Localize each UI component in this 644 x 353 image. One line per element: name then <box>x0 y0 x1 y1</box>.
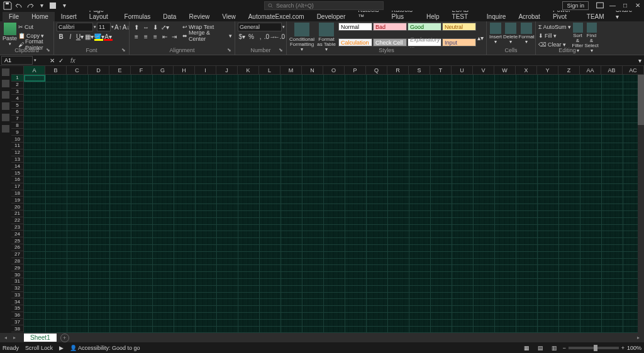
ribbon-display-icon[interactable] <box>594 0 606 11</box>
number-launcher-icon[interactable]: ⬊ <box>279 47 285 53</box>
column-header[interactable]: N <box>302 66 323 75</box>
tab-data[interactable]: Data <box>157 12 182 21</box>
select-all-corner[interactable] <box>11 66 24 75</box>
autosum-button[interactable]: Σ AutoSum ▾ <box>538 23 571 31</box>
row-header[interactable]: 17 <box>11 183 24 190</box>
row-header[interactable]: 15 <box>11 170 24 176</box>
cancel-formula-icon[interactable]: ✕ <box>48 56 57 65</box>
tab-file[interactable]: File <box>3 12 25 21</box>
page-break-view-icon[interactable]: ▥ <box>548 344 560 352</box>
addin-icon[interactable] <box>2 91 9 99</box>
column-header[interactable]: X <box>516 66 537 75</box>
column-header[interactable]: AC <box>623 66 644 75</box>
row-header[interactable]: 13 <box>11 156 24 163</box>
namebox-dropdown-icon[interactable]: ▾ <box>34 58 36 63</box>
undo-icon[interactable] <box>14 1 24 11</box>
column-header[interactable]: AA <box>580 66 601 75</box>
cut-button[interactable]: ✂ Cut <box>18 23 51 31</box>
signin-button[interactable]: Sign in <box>562 1 589 10</box>
percent-icon[interactable]: % <box>247 32 256 41</box>
decrease-font-icon[interactable]: A↓ <box>123 23 130 31</box>
formula-bar[interactable] <box>78 56 635 65</box>
column-header[interactable]: J <box>216 66 238 75</box>
tab-review[interactable]: Review <box>182 12 216 21</box>
style-input[interactable]: Input <box>442 38 476 46</box>
row-header[interactable]: 16 <box>11 176 24 183</box>
align-top-icon[interactable]: ⬆ <box>132 23 141 31</box>
column-header[interactable]: S <box>409 66 430 75</box>
horizontal-scrollbar[interactable] <box>402 334 635 340</box>
close-icon[interactable]: ✕ <box>631 0 644 11</box>
column-header[interactable]: AB <box>601 66 623 75</box>
align-left-icon[interactable]: ≡ <box>132 32 141 41</box>
tab-insert[interactable]: Insert <box>55 12 83 21</box>
cells-grid[interactable] <box>24 75 644 333</box>
align-center-icon[interactable]: ≡ <box>142 32 150 41</box>
row-header[interactable]: 18 <box>11 190 24 197</box>
addin-icon[interactable] <box>2 80 9 87</box>
status-macro-icon[interactable]: ▶ <box>59 345 64 351</box>
qat-more-icon[interactable]: ▾ <box>36 1 47 11</box>
selected-cell[interactable] <box>24 75 45 82</box>
orientation-icon[interactable]: ⤢▾ <box>160 23 169 31</box>
column-header[interactable]: E <box>109 66 131 75</box>
column-header[interactable]: Z <box>558 66 580 75</box>
name-box[interactable] <box>1 56 33 65</box>
font-color-button[interactable]: A▾ <box>104 32 113 41</box>
zoom-level[interactable]: 100% <box>627 345 641 351</box>
zoom-slider[interactable] <box>569 347 619 349</box>
row-header[interactable]: 35 <box>11 305 24 312</box>
style-explanatory[interactable]: Explanatory ... <box>408 38 441 46</box>
tab-team[interactable]: TEAM <box>580 12 611 21</box>
currency-icon[interactable]: $▾ <box>238 32 247 41</box>
row-header[interactable]: 14 <box>11 163 24 170</box>
column-header[interactable]: M <box>280 66 302 75</box>
style-bad[interactable]: Bad <box>373 23 407 31</box>
column-header[interactable]: K <box>238 66 259 75</box>
column-header[interactable]: H <box>174 66 195 75</box>
clipboard-launcher-icon[interactable]: ⬊ <box>46 47 52 53</box>
tab-help[interactable]: Help <box>420 12 446 21</box>
font-launcher-icon[interactable]: ⬊ <box>121 47 128 53</box>
row-header[interactable]: 4 <box>11 95 24 102</box>
row-header[interactable]: 5 <box>11 102 24 109</box>
row-header[interactable]: 27 <box>11 251 24 258</box>
column-header[interactable]: Q <box>366 66 387 75</box>
tab-scroll-right-icon[interactable]: ▸ <box>10 334 19 342</box>
zoom-thumb[interactable] <box>594 345 597 351</box>
row-header[interactable]: 28 <box>11 258 24 265</box>
column-header[interactable]: A <box>24 66 45 75</box>
redo-icon[interactable] <box>25 1 35 11</box>
row-header[interactable]: 37 <box>11 319 24 326</box>
column-header[interactable]: O <box>323 66 345 75</box>
italic-button[interactable]: I <box>66 32 75 41</box>
row-header[interactable]: 32 <box>11 285 24 292</box>
row-header[interactable]: 11 <box>11 143 24 149</box>
row-header[interactable]: 23 <box>11 224 24 231</box>
row-header[interactable]: 25 <box>11 237 24 244</box>
column-header[interactable]: T <box>430 66 452 75</box>
font-name-select[interactable] <box>57 23 93 31</box>
new-sheet-button[interactable]: + <box>60 334 69 342</box>
column-header[interactable]: P <box>345 66 366 75</box>
column-header[interactable]: G <box>152 66 174 75</box>
fx-icon[interactable]: fx <box>70 57 75 64</box>
row-header[interactable]: 34 <box>11 298 24 305</box>
maximize-icon[interactable]: □ <box>619 0 631 11</box>
underline-button[interactable]: U▾ <box>75 32 84 41</box>
style-good[interactable]: Good <box>408 23 441 31</box>
vscroll-thumb[interactable] <box>638 75 644 125</box>
zoom-in-button[interactable]: + <box>621 345 625 351</box>
style-calculation[interactable]: Calculation <box>338 38 372 46</box>
fill-button[interactable]: ⬇ Fill ▾ <box>538 31 571 40</box>
hscroll-right-icon[interactable]: ▸ <box>634 334 643 342</box>
column-header[interactable]: L <box>259 66 280 75</box>
page-layout-view-icon[interactable]: ▤ <box>535 344 546 352</box>
style-normal[interactable]: Normal <box>338 23 372 31</box>
row-header[interactable]: 7 <box>11 116 24 122</box>
row-header[interactable]: 1 <box>11 75 24 82</box>
font-size-select[interactable] <box>97 23 111 31</box>
zoom-out-button[interactable]: − <box>562 345 565 351</box>
border-button[interactable]: ▦▾ <box>85 32 94 41</box>
tab-inquire[interactable]: Inquire <box>480 12 513 21</box>
